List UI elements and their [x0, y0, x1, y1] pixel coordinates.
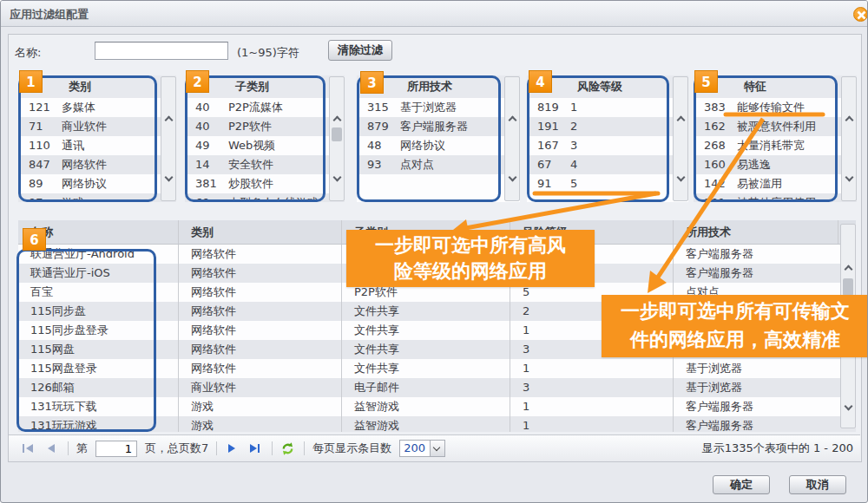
- list-item[interactable]: 91 5: [527, 174, 688, 193]
- scroll-down-icon[interactable]: [677, 173, 686, 182]
- subcategory-scrollbar[interactable]: [329, 76, 345, 201]
- list-item[interactable]: 69 大型多人在线游戏: [185, 193, 345, 202]
- last-page-icon: [250, 444, 257, 453]
- cell-name: 115同步盘: [18, 302, 179, 321]
- divider: [304, 441, 305, 455]
- category-scrollbar[interactable]: [161, 76, 176, 201]
- scroll-up-icon[interactable]: [333, 116, 342, 125]
- item-count: 381: [185, 174, 228, 193]
- list-item[interactable]: 162 被恶意软件利用: [694, 117, 857, 136]
- list-item[interactable]: 879 客户端服务器: [357, 117, 520, 136]
- item-count: 315: [357, 98, 400, 117]
- risk-scrollbar[interactable]: [673, 76, 688, 201]
- scroll-down-icon[interactable]: [165, 173, 174, 182]
- item-count: 142: [694, 174, 737, 193]
- table-row[interactable]: 131玩玩下载 游戏 益智游戏 1 客户端服务器: [18, 397, 856, 416]
- list-item[interactable]: 121 多媒体: [18, 98, 176, 117]
- list-item[interactable]: 167 3: [527, 136, 688, 155]
- scroll-down-icon[interactable]: [845, 402, 853, 411]
- scroll-up-icon[interactable]: [165, 116, 174, 125]
- scroll-down-icon[interactable]: [333, 173, 342, 182]
- list-item[interactable]: 49 Web视频: [185, 136, 345, 155]
- per-page-select[interactable]: 200: [399, 440, 445, 457]
- refresh-button[interactable]: [280, 441, 296, 455]
- item-count: 191: [527, 117, 570, 136]
- ok-button[interactable]: 确定: [713, 475, 770, 494]
- list-item[interactable]: 48 网络协议: [357, 136, 520, 155]
- item-label: P2P软件: [228, 117, 345, 136]
- column-header-category[interactable]: 类别: [179, 220, 342, 244]
- feature-scrollbar[interactable]: [841, 76, 857, 201]
- cell-technology: 客户端服务器: [674, 416, 838, 432]
- item-count: 40: [185, 117, 228, 136]
- close-button[interactable]: [853, 7, 868, 22]
- item-label: 网络协议: [62, 174, 176, 193]
- next-page-button[interactable]: [225, 441, 240, 455]
- list-item[interactable]: 268 大量消耗带宽: [694, 136, 857, 155]
- cell-category: 商业软件: [179, 378, 342, 397]
- list-item[interactable]: 40 P2P软件: [185, 117, 345, 136]
- scroll-down-icon[interactable]: [845, 173, 854, 182]
- cell-category: 网络软件: [179, 340, 342, 359]
- name-chars-hint: (1~95)字符: [237, 45, 299, 61]
- list-item[interactable]: 315 基于浏览器: [357, 98, 520, 117]
- list-item[interactable]: 142 易被滥用: [694, 174, 857, 193]
- list-item[interactable]: 97 游戏: [18, 193, 176, 202]
- list-item[interactable]: 71 商业软件: [18, 117, 176, 136]
- item-count: 847: [18, 155, 62, 174]
- scroll-thumb[interactable]: [843, 278, 853, 296]
- list-item[interactable]: 847 网络软件: [18, 155, 176, 174]
- clear-filter-button[interactable]: 清除过滤: [328, 40, 392, 61]
- cell-risk: 1: [510, 397, 674, 416]
- pagination-bar: 第 页，总页数7 每页显示条目数 200: [9, 434, 860, 461]
- name-filter-input[interactable]: [95, 42, 228, 60]
- cell-subcategory: 文件共享: [342, 359, 510, 378]
- list-item[interactable]: 110 通讯: [18, 136, 176, 155]
- list-item[interactable]: 160 易逃逸: [694, 155, 857, 174]
- last-page-button[interactable]: [248, 441, 264, 455]
- scroll-up-icon[interactable]: [845, 265, 853, 274]
- filter-panel-technology: 所用技术 315 基于浏览器 879 客户端服务器 48 网络协议 93 点对点: [357, 75, 520, 202]
- cell-subcategory: 文件共享: [342, 340, 510, 359]
- item-count: 89: [18, 174, 62, 193]
- prev-page-button[interactable]: [44, 441, 60, 455]
- list-item[interactable]: 383 能够传输文件: [694, 98, 857, 117]
- item-label: 游戏: [62, 193, 176, 202]
- dialog-title: 应用过滤组配置: [10, 7, 89, 23]
- page-number-input[interactable]: [95, 441, 137, 457]
- scroll-up-icon[interactable]: [677, 116, 686, 125]
- cell-subcategory: 文件共享: [342, 302, 510, 321]
- list-item[interactable]: 191 2: [527, 117, 688, 136]
- cell-name: 126邮箱: [18, 378, 179, 397]
- table-row[interactable]: 131玩玩游戏 游戏 益智游戏 1 客户端服务器: [18, 416, 856, 432]
- risk-callout-line2: 险等级的网络应用: [346, 258, 595, 284]
- cell-name: 131玩玩下载: [18, 397, 179, 416]
- divider: [216, 441, 217, 455]
- dropdown-arrow-icon[interactable]: [431, 440, 445, 457]
- item-count: 14: [185, 155, 228, 174]
- scroll-down-icon[interactable]: [509, 173, 517, 182]
- column-header-technology[interactable]: 所用技术: [674, 220, 838, 244]
- scroll-up-icon[interactable]: [509, 116, 517, 125]
- table-row[interactable]: 126邮箱 商业软件 电子邮件 3 基于浏览器: [18, 378, 856, 397]
- list-item[interactable]: 14 安全软件: [185, 155, 345, 174]
- scroll-up-icon[interactable]: [845, 116, 854, 125]
- list-item[interactable]: 89 网络协议: [18, 174, 176, 193]
- table-row[interactable]: 115网盘登录 网络软件 文件共享 1 基于浏览器: [18, 359, 856, 378]
- cell-subcategory: 益智游戏: [342, 416, 510, 432]
- scroll-thumb[interactable]: [332, 127, 342, 141]
- item-label: 能够传输文件: [737, 98, 857, 117]
- item-count: 160: [694, 155, 737, 174]
- item-label: 3: [570, 136, 688, 155]
- list-item[interactable]: 67 4: [527, 155, 688, 174]
- list-item[interactable]: 40 P2P流媒体: [185, 98, 345, 117]
- first-page-button[interactable]: [21, 441, 36, 455]
- cell-name: 115同步盘登录: [18, 321, 179, 340]
- technology-scrollbar[interactable]: [504, 76, 520, 201]
- list-item[interactable]: 381 炒股软件: [185, 174, 345, 193]
- list-item[interactable]: 101 被其他应用使用: [694, 193, 857, 202]
- cell-name: 131玩玩游戏: [18, 416, 179, 432]
- list-item[interactable]: 819 1: [527, 98, 688, 117]
- cancel-button[interactable]: 取消: [789, 475, 846, 494]
- list-item[interactable]: 93 点对点: [357, 155, 520, 174]
